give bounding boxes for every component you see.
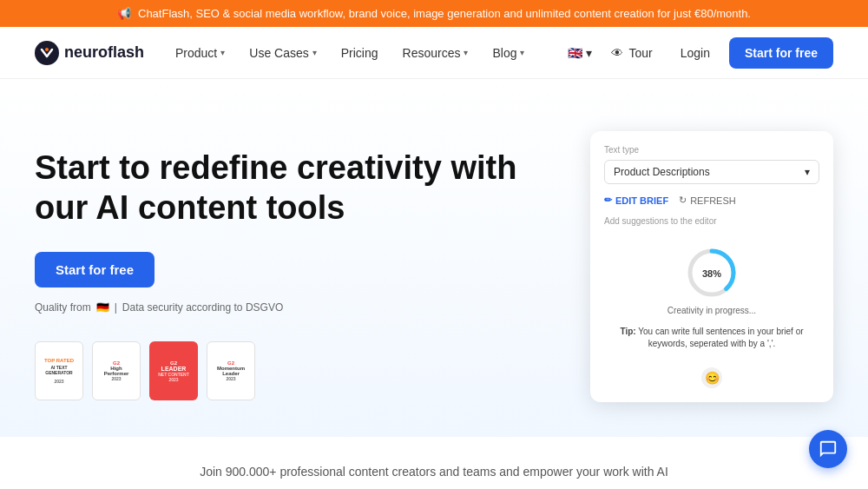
hero-section: Start to redefine creativity with our AI…	[0, 79, 868, 437]
select-chevron-icon: ▾	[805, 166, 810, 178]
tip-text: Tip: You can write full sentences in you…	[604, 326, 819, 350]
start-for-free-button[interactable]: Start for free	[729, 37, 833, 69]
ui-preview-footer: 😊	[604, 367, 819, 388]
logo-text: neuroflash	[64, 43, 144, 62]
quality-text: Quality from	[35, 301, 91, 314]
blog-chevron-icon: ▾	[520, 48, 524, 57]
chat-icon	[819, 439, 838, 459]
hero-quality: Quality from 🇩🇪 | Data security accordin…	[35, 301, 556, 314]
text-type-value: Product Descriptions	[614, 166, 710, 178]
flag-icon: 🇬🇧	[568, 46, 582, 60]
nav-links: Product ▾ Use Cases ▾ Pricing Resources …	[165, 39, 547, 67]
nav-pricing[interactable]: Pricing	[331, 39, 389, 67]
badge-g2-high-performer: G2 HighPerformer 2023	[92, 341, 141, 400]
logo-icon	[35, 41, 59, 65]
banner-text: ChatFlash, SEO & social media workflow, …	[138, 7, 751, 20]
hero-title: Start to redefine creativity with our AI…	[35, 149, 556, 228]
quality-separator: |	[115, 301, 117, 314]
partners-section: Join 900.000+ professional content creat…	[0, 437, 868, 489]
chat-bubble-button[interactable]	[809, 430, 847, 468]
nav-resources-label: Resources	[403, 46, 461, 60]
eye-icon: 👁	[611, 46, 623, 60]
banner-icon: 📢	[117, 7, 131, 20]
text-type-select[interactable]: Product Descriptions ▾	[604, 160, 819, 184]
login-button[interactable]: Login	[672, 41, 719, 65]
nav-blog[interactable]: Blog ▾	[482, 39, 535, 67]
product-chevron-icon: ▾	[220, 48, 225, 57]
language-selector[interactable]: 🇬🇧 ▾	[568, 46, 592, 60]
tour-button[interactable]: 👁 Tour	[602, 41, 661, 65]
nav-product-label: Product	[175, 46, 217, 60]
badges-row: TOP RATED AI TEXTGENERATOR 2023 G2 HighP…	[35, 341, 556, 400]
svg-point-0	[35, 41, 59, 65]
quality-suffix: Data security according to DSGVO	[122, 301, 283, 314]
tour-label: Tour	[628, 46, 652, 60]
nav-blog-label: Blog	[492, 46, 516, 60]
navbar: neuroflash Product ▾ Use Cases ▾ Pricing…	[0, 27, 868, 79]
smile-icon: 😊	[701, 367, 722, 388]
text-type-label: Text type	[604, 145, 819, 155]
progress-circle-svg: 38%	[686, 247, 738, 299]
nav-product[interactable]: Product ▾	[165, 39, 235, 67]
refresh-button[interactable]: ↻ REFRESH	[679, 195, 736, 206]
add-suggestions-label: Add suggestions to the editor	[604, 216, 819, 226]
edit-brief-button[interactable]: ✏ EDIT BRIEF	[604, 195, 668, 206]
login-label: Login	[681, 46, 710, 60]
top-banner: 📢 ChatFlash, SEO & social media workflow…	[0, 0, 868, 27]
nav-resources[interactable]: Resources ▾	[392, 39, 479, 67]
edit-brief-label: EDIT BRIEF	[615, 195, 668, 206]
nav-use-cases-label: Use Cases	[249, 46, 308, 60]
nav-use-cases[interactable]: Use Cases ▾	[239, 39, 326, 67]
german-flag-icon: 🇩🇪	[96, 301, 109, 314]
edit-icon: ✏	[604, 195, 612, 206]
hero-right: Text type Product Descriptions ▾ ✏ EDIT …	[590, 131, 833, 402]
start-label: Start for free	[745, 46, 818, 60]
flag-chevron-icon: ▾	[586, 46, 592, 60]
badge-capterra: TOP RATED AI TEXTGENERATOR 2023	[35, 341, 83, 400]
ui-preview-actions: ✏ EDIT BRIEF ↻ REFRESH	[604, 195, 819, 206]
ui-preview-card: Text type Product Descriptions ▾ ✏ EDIT …	[590, 131, 833, 402]
refresh-label: REFRESH	[690, 195, 736, 206]
badge-g2-momentum: G2 MomentumLeader 2023	[207, 341, 255, 400]
partners-headline: Join 900.000+ professional content creat…	[35, 465, 833, 479]
hero-left: Start to redefine creativity with our AI…	[35, 131, 556, 400]
nav-right: 🇬🇧 ▾ 👁 Tour Login Start for free	[568, 37, 833, 69]
resources-chevron-icon: ▾	[464, 48, 468, 57]
refresh-icon: ↻	[679, 195, 687, 206]
tip-body: You can write full sentences in your bri…	[638, 327, 803, 348]
tip-label: Tip:	[620, 327, 635, 336]
progress-container: 38% Creativity in progress... Tip: You c…	[604, 240, 819, 357]
logo-link[interactable]: neuroflash	[35, 41, 144, 65]
use-cases-chevron-icon: ▾	[312, 48, 317, 57]
progress-label: Creativity in progress...	[667, 306, 756, 315]
svg-point-1	[45, 48, 49, 51]
svg-text:38%: 38%	[702, 268, 721, 279]
badge-g2-leader: G2 LEADER NET CONTENT2023	[149, 341, 198, 400]
nav-pricing-label: Pricing	[341, 46, 378, 60]
hero-cta-button[interactable]: Start for free	[35, 252, 155, 287]
hero-cta-label: Start for free	[56, 262, 134, 277]
